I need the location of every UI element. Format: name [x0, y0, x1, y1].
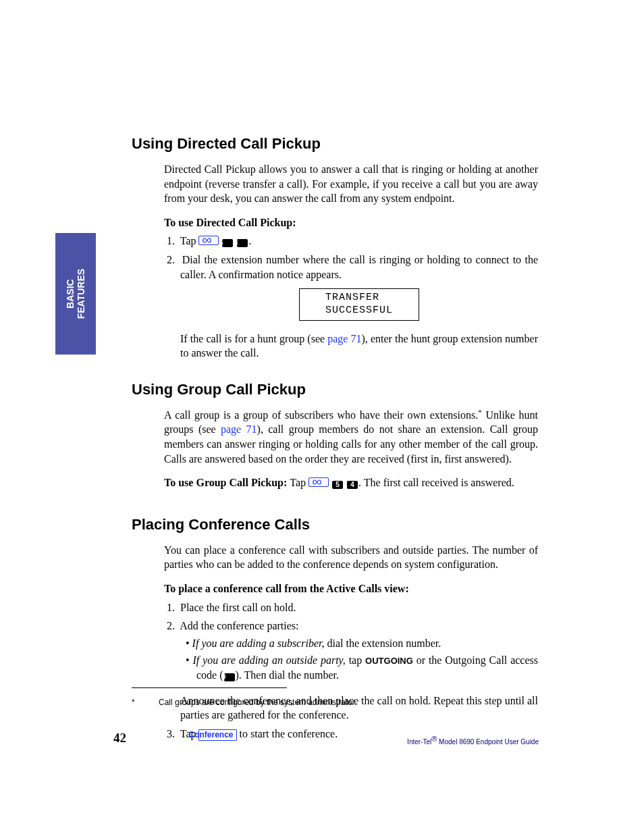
step-text: Tap — [180, 235, 199, 246]
step-text: Add the conference parties: — [180, 620, 298, 631]
conf-step-1: 1. Place the first call on hold. — [180, 600, 538, 615]
doc-title: Inter-Tel® Model 8690 Endpoint User Guid… — [407, 738, 539, 746]
footnote-area: *Call groups are configured by the syste… — [132, 687, 538, 707]
directed-intro: Directed Call Pickup allows you to answe… — [164, 162, 538, 206]
lcd-line-1: TRANSFER — [325, 292, 379, 303]
conference-steps: 1. Place the first call on hold. 2. Add … — [132, 600, 538, 683]
step-text: Dial the extension number where the call… — [180, 254, 538, 280]
lcd-display: TRANSFER SUCCESSFUL — [299, 288, 419, 321]
conference-task: To place a conference call from the Acti… — [164, 581, 538, 596]
bullet-subscriber: If you are adding a subscriber, dial the… — [196, 636, 538, 651]
page-content: Using Directed Call Pickup Directed Call… — [132, 135, 538, 750]
digit-key-5: 5 — [332, 481, 343, 489]
bullet-text: ). Then dial the number. — [236, 669, 339, 681]
heading-directed-pickup: Using Directed Call Pickup — [132, 135, 538, 153]
section-tab: BASIC FEATURES — [55, 233, 96, 355]
directed-note: If the call is for a hunt group (see pag… — [180, 332, 538, 361]
note-text: If the call is for a hunt group (see — [180, 333, 327, 344]
infinity-key-icon — [308, 477, 329, 487]
page-link-71[interactable]: page 71 — [327, 333, 361, 344]
bullet-italic: If you are adding a subscriber, — [192, 637, 325, 649]
group-task: To use Group Call Pickup: Tap 5 4. The f… — [164, 475, 538, 490]
footnote-rule — [132, 687, 287, 688]
para-text: . The first call received is answered. — [358, 477, 514, 488]
lcd-line-2: SUCCESSFUL — [325, 305, 393, 316]
infinity-key-icon — [198, 236, 219, 245]
bullet-outside: If you are adding an outside party, tap … — [196, 653, 538, 682]
digit-key-4: 4 — [347, 481, 358, 489]
footnote: *Call groups are configured by the syste… — [132, 698, 538, 707]
bullet-text: dial the extension number. — [324, 637, 441, 649]
doc-title-rest: Model 8690 Endpoint User Guide — [437, 738, 539, 746]
directed-step-1: 1. Tap 5 3. — [180, 234, 538, 249]
page-link-71[interactable]: page 71 — [221, 423, 257, 435]
step-text: Place the first call on hold. — [180, 602, 296, 613]
step-text: . — [248, 235, 251, 246]
bold-label: To use Group Call Pickup: — [164, 477, 290, 488]
page-number: 42 — [113, 731, 126, 746]
tab-line-2: FEATURES — [76, 269, 86, 319]
directed-step-2: 2. Dial the extension number where the c… — [180, 253, 538, 321]
footnote-text: Call groups are configured by the system… — [159, 698, 356, 707]
heading-conference: Placing Conference Calls — [132, 516, 538, 533]
footnote-marker: * — [132, 698, 159, 707]
conf-step-2: 2. Add the conference parties: If you ar… — [180, 619, 538, 682]
heading-group-pickup: Using Group Call Pickup — [132, 381, 538, 398]
page-footer: 42 Inter-Tel® Model 8690 Endpoint User G… — [113, 731, 539, 746]
directed-steps: 1. Tap 5 3. 2. Dial the extension number… — [132, 234, 538, 320]
conf-bullets: If you are adding a subscriber, dial the… — [180, 636, 538, 683]
bullet-italic: If you are adding an outside party, — [192, 654, 345, 666]
bullet-text: tap — [346, 654, 365, 666]
digit-key-9: 9 — [224, 673, 235, 681]
directed-task: To use Directed Call Pickup: — [164, 215, 538, 230]
para-text: Tap — [290, 477, 308, 488]
outgoing-label: OUTGOING — [365, 656, 413, 666]
tab-line-1: BASIC — [65, 279, 76, 309]
group-intro: A call group is a group of subscribers w… — [164, 408, 538, 466]
brand: Inter-Tel — [407, 738, 431, 746]
digit-key-3: 3 — [237, 239, 248, 247]
digit-key-5: 5 — [222, 239, 233, 247]
para-text: A call group is a group of subscribers w… — [164, 409, 478, 421]
conference-intro: You can place a conference call with sub… — [164, 543, 538, 572]
